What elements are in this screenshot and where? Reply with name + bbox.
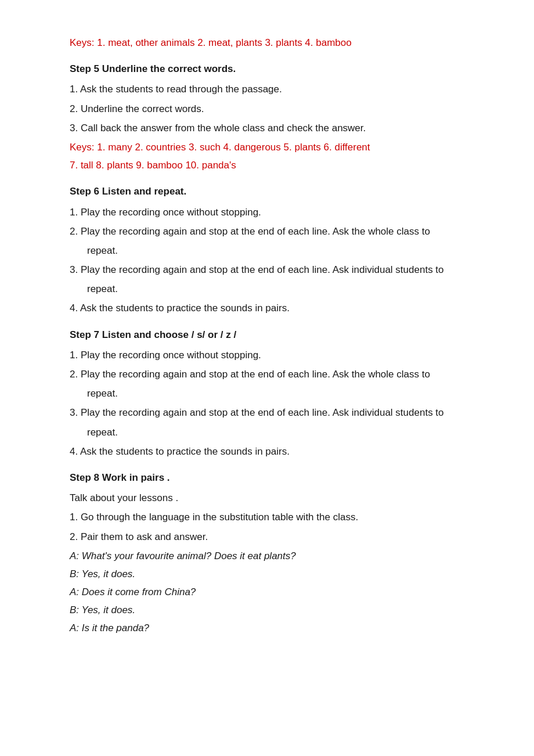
step6-item-4: 4. Ask the students to practice the soun… [70,300,464,316]
step8-dialogue-4: B: Yes, it does. [70,602,464,618]
step8-dialogue-3: A: Does it come from China? [70,584,464,600]
step8-dialogue-2: B: Yes, it does. [70,566,464,582]
step6-item-1: 1. Play the recording once without stopp… [70,204,464,220]
step7-item-1: 1. Play the recording once without stopp… [70,347,464,363]
step8-item-1: 1. Go through the language in the substi… [70,509,464,525]
step6-item-3: 3. Play the recording again and stop at … [70,262,464,278]
step5-item-3: 3. Call back the answer from the whole c… [70,120,464,136]
step7-item-4: 4. Ask the students to practice the soun… [70,444,464,459]
step8-heading: Step 8 Work in pairs . [70,470,464,485]
keys-line1: Keys: 1. meat, other animals 2. meat, pl… [70,35,464,51]
step6-item-3-cont: repeat. [87,281,464,297]
step6-heading: Step 6 Listen and repeat. [70,183,464,199]
step8-dialogue-5: A: Is it the panda? [70,620,464,636]
step5-keys-line1: Keys: 1. many 2. countries 3. such 4. da… [70,139,464,155]
step5-keys-line2: 7. tall 8. plants 9. bamboo 10. panda's [70,157,464,173]
step7-item-3-cont: repeat. [87,424,464,440]
step6-item-2-cont: repeat. [87,243,464,258]
step6-item-2: 2. Play the recording again and stop at … [70,224,464,239]
step5-item-2: 2. Underline the correct words. [70,101,464,117]
step8-item-2: 2. Pair them to ask and answer. [70,529,464,545]
step7-item-3: 3. Play the recording again and stop at … [70,405,464,420]
step7-heading: Step 7 Listen and choose / s/ or / z / [70,327,464,343]
step7-item-2: 2. Play the recording again and stop at … [70,366,464,382]
step5-heading: Step 5 Underline the correct words. [70,61,464,77]
step8-intro: Talk about your lessons . [70,490,464,506]
step8-dialogue-1: A: What's your favourite animal? Does it… [70,548,464,564]
step7-item-2-cont: repeat. [87,386,464,401]
step5-item-1: 1. Ask the students to read through the … [70,81,464,97]
